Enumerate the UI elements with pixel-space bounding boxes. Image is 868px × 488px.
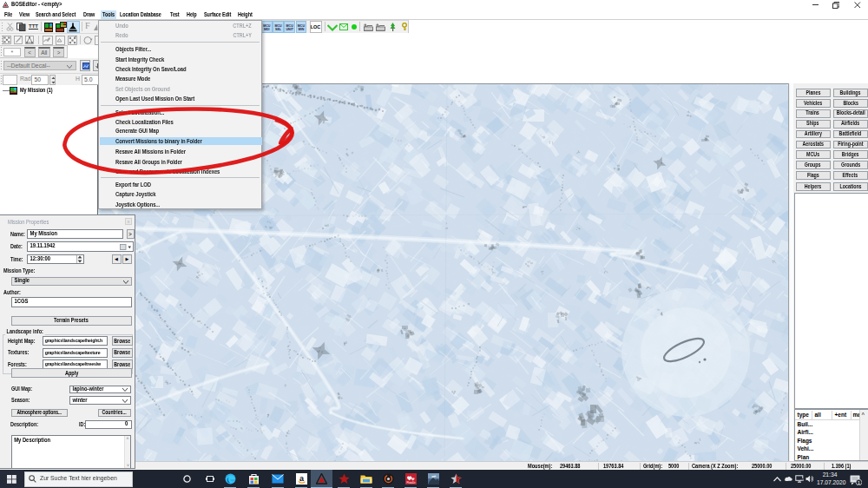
svg-text:PhotoDir: PhotoDir <box>406 481 415 485</box>
